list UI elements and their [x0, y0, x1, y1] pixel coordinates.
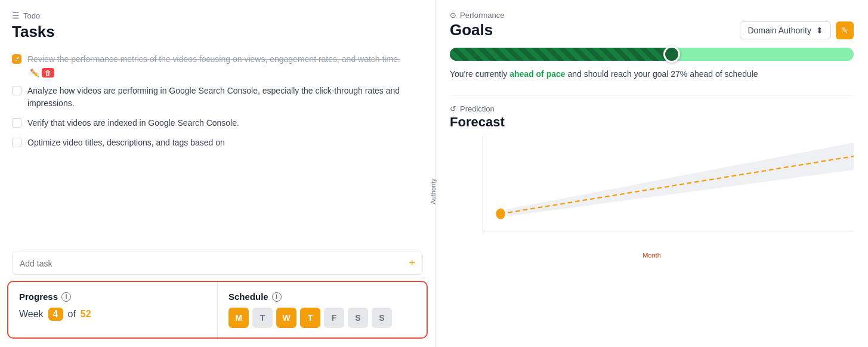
forecast-title: Forecast [450, 114, 854, 130]
chevron-icon: ⬍ [816, 26, 823, 35]
schedule-label: Schedule i [228, 292, 416, 302]
prediction-label: Prediction [460, 104, 495, 113]
status-highlight: ahead of pace [509, 69, 565, 79]
progress-bar-fill [450, 48, 672, 61]
add-task-bar[interactable]: + [12, 252, 423, 275]
status-suffix: and should reach your goal 27% ahead of … [566, 69, 758, 79]
week-number-badge: 4 [48, 308, 63, 321]
week-display: Week 4 of 52 [19, 308, 206, 321]
task-checkbox-1[interactable] [12, 54, 21, 64]
task-checkbox-3[interactable] [12, 118, 21, 128]
day-T1[interactable]: T [252, 308, 273, 328]
task-item: Verify that videos are indexed in Google… [12, 113, 423, 133]
task-text-3: Verify that videos are indexed in Google… [27, 117, 239, 129]
progress-box: Progress i Week 4 of 52 [8, 282, 218, 337]
performance-circle-icon: ⊙ [450, 11, 456, 20]
task-checkbox-2[interactable] [12, 86, 21, 95]
task-text-4: Optimize video titles, descriptions, and… [27, 137, 225, 149]
schedule-box: Schedule i M T W T F S S [218, 282, 427, 337]
schedule-info-icon[interactable]: i [272, 292, 282, 302]
progress-info-icon[interactable]: i [61, 292, 71, 302]
forecast-section: ↺ Prediction Forecast Authority Month [450, 104, 854, 336]
week-label-text: Week [19, 309, 44, 320]
task-text-2: Analyze how videos are performing in Goo… [27, 85, 423, 110]
svg-point-2 [495, 207, 505, 219]
task-item: Analyze how videos are performing in Goo… [12, 81, 423, 113]
day-W[interactable]: W [276, 308, 296, 328]
add-task-input[interactable] [20, 259, 409, 268]
day-T2[interactable]: T [300, 308, 320, 328]
total-weeks-badge: 52 [81, 309, 91, 320]
right-panel: ⊙ Performance Goals Domain Authority ⬍ ✎ [435, 0, 868, 347]
svg-marker-0 [501, 142, 854, 217]
left-panel: ☰ Todo Tasks Review the performance metr… [0, 0, 435, 347]
tasks-title: Tasks [12, 23, 423, 41]
prediction-icon: ↺ [450, 104, 456, 113]
todo-icon: ☰ [12, 11, 20, 20]
task-edit-button-1[interactable]: ✏️ [30, 68, 39, 78]
chart-wrapper: Authority Month [450, 136, 854, 247]
status-prefix: You're currently [450, 69, 509, 79]
chart-y-label: Authority [430, 178, 437, 204]
task-item: Review the performance metrics of the vi… [12, 49, 423, 81]
task-list: Review the performance metrics of the vi… [12, 49, 423, 153]
divider [450, 95, 854, 96]
task-item: Optimize video titles, descriptions, and… [12, 133, 423, 153]
goal-status-text: You're currently ahead of pace and shoul… [450, 69, 854, 79]
goals-controls: Domain Authority ⬍ ✎ [740, 21, 854, 39]
todo-label: ☰ Todo [12, 11, 423, 20]
progress-title: Progress [19, 292, 58, 302]
day-F[interactable]: F [324, 308, 344, 328]
goals-title: Goals [450, 21, 493, 39]
day-M[interactable]: M [228, 308, 249, 328]
task-delete-button-1[interactable]: 🗑 [42, 68, 54, 78]
bottom-section: Progress i Week 4 of 52 Schedule i M T W… [7, 281, 428, 339]
goals-header: Goals Domain Authority ⬍ ✎ [450, 21, 854, 39]
domain-authority-select[interactable]: Domain Authority ⬍ [740, 21, 831, 39]
task-text-row: Review the performance metrics of the vi… [27, 53, 423, 78]
task-actions-1: ✏️ 🗑 [30, 68, 54, 78]
progress-label: Progress i [19, 292, 206, 302]
domain-authority-label: Domain Authority [747, 26, 811, 35]
goals-progress-bar [450, 48, 854, 61]
performance-label: Performance [460, 11, 504, 20]
todo-text: Todo [23, 11, 40, 20]
schedule-title: Schedule [228, 292, 268, 302]
days-row: M T W T F S S [228, 308, 416, 328]
progress-circle [663, 46, 680, 63]
forecast-svg [483, 136, 854, 231]
goals-edit-button[interactable]: ✎ [836, 21, 854, 39]
chart-x-label: Month [642, 252, 661, 259]
goals-section: ⊙ Performance Goals Domain Authority ⬍ ✎ [450, 11, 854, 87]
of-label: of [68, 309, 76, 320]
edit-icon: ✎ [841, 26, 848, 35]
day-S2[interactable]: S [372, 308, 392, 328]
tasks-section: ☰ Todo Tasks Review the performance metr… [0, 0, 435, 246]
task-text-1: Review the performance metrics of the vi… [27, 53, 400, 66]
day-S1[interactable]: S [348, 308, 368, 328]
forecast-chart [483, 136, 854, 231]
task-checkbox-4[interactable] [12, 138, 21, 147]
prediction-label-row: ↺ Prediction [450, 104, 854, 113]
performance-label-row: ⊙ Performance [450, 11, 854, 20]
add-task-plus-icon[interactable]: + [409, 257, 415, 269]
